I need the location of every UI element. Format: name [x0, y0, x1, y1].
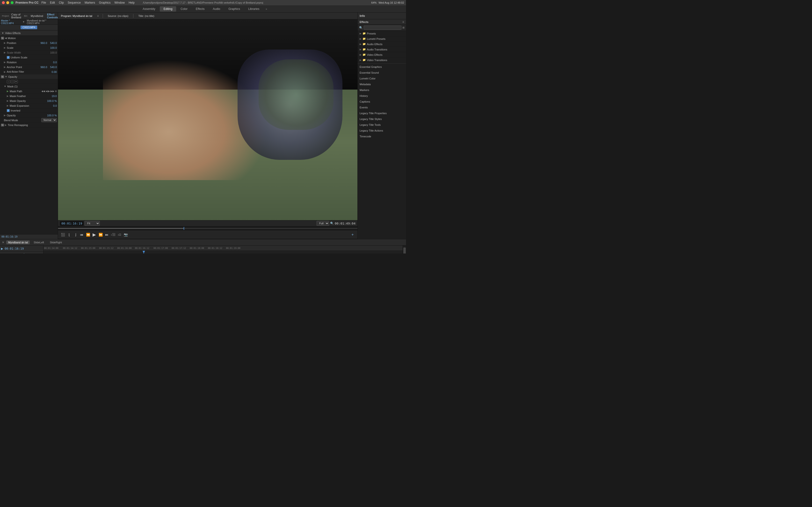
timecode-link[interactable]: Timecode — [358, 133, 406, 139]
mask-feather-row[interactable]: ▶ Mask Feather 19.0 — [0, 94, 58, 99]
position-row[interactable]: ▶ Position 960.0 540.0 — [0, 41, 58, 45]
razor-tool[interactable]: ✂ — [12, 252, 16, 253]
anti-flicker-row[interactable]: ▶ Anti-flicker Filter 0.00 — [0, 69, 58, 74]
mask-row[interactable]: ▼ Mask (1) — [0, 84, 58, 89]
go-in-btn[interactable]: ⏮ — [79, 232, 85, 237]
tab-graphics[interactable]: Graphics — [224, 6, 244, 12]
scale-row[interactable]: ▶ Scale 100.0 — [0, 45, 58, 50]
video-effects-item[interactable]: ▶ 📁 Video Effects — [358, 52, 406, 57]
tab-editing[interactable]: Editing — [160, 6, 176, 12]
blend-mode-select[interactable]: Normal Multiply Screen — [41, 118, 57, 122]
slip-tool[interactable]: ⇄ — [17, 252, 22, 253]
close-button[interactable] — [2, 1, 5, 4]
anchor-point-row[interactable]: ▶ Anchor Point 960.0 540.0 — [0, 65, 58, 69]
audio-effects-item[interactable]: ▶ 📁 Audio Effects — [358, 42, 406, 47]
metadata-link[interactable]: Metadata — [358, 81, 406, 87]
insert-btn[interactable]: ↓⬛ — [110, 232, 116, 237]
effects-grid-icon[interactable]: ⊞ — [402, 26, 405, 29]
rect-mask-btn[interactable]: □ — [11, 80, 14, 83]
program-scrubber[interactable] — [58, 226, 357, 230]
source-monitor-tab[interactable]: Source: (no clips) — [107, 14, 130, 18]
timeline-close-icon[interactable]: ✕ — [2, 241, 4, 244]
tab-audio[interactable]: Audio — [209, 6, 224, 12]
play-btn[interactable]: ▶ — [91, 232, 97, 237]
uniform-scale-row[interactable]: ✓ Uniform Scale — [0, 55, 58, 60]
video-transitions-item[interactable]: ▶ 📁 Video Transitions — [358, 57, 406, 63]
minimize-button[interactable] — [6, 1, 9, 4]
menu-markers[interactable]: Markers — [85, 1, 95, 4]
in-point-btn[interactable]: ⌊ — [66, 232, 72, 237]
time-remapping-row[interactable]: fx ▶ Time Remapping — [0, 123, 58, 127]
anchor-x-value[interactable]: 960.0 — [38, 66, 47, 68]
project-name[interactable]: Copy of Bretland — [11, 13, 21, 19]
presets-item[interactable]: ▶ 📁 Presets — [358, 31, 406, 36]
timeline-timecode[interactable]: 00:01:16:19 — [4, 247, 24, 250]
position-y-value[interactable]: 540.0 — [47, 42, 57, 44]
add-marker-btn[interactable]: + — [350, 232, 355, 237]
program-monitor-tab[interactable]: Program: Myndband án tal — [60, 14, 93, 18]
out-point-btn[interactable]: ⌋ — [72, 232, 78, 237]
timeline-play-icon[interactable]: ▶ — [1, 247, 3, 250]
timeline-tab-slideleft[interactable]: SlideLeft — [32, 240, 46, 244]
traffic-lights[interactable] — [2, 1, 13, 4]
tab-libraries[interactable]: Libraries — [244, 6, 263, 12]
menu-window[interactable]: Window — [114, 1, 125, 4]
mask-path-controls[interactable]: ◀◀ ◀ ▶ ▶▶ ⊕ — [41, 90, 57, 93]
timeline-tab-slideright[interactable]: SlideRight — [48, 240, 64, 244]
mask-feather-value[interactable]: 19.0 — [47, 95, 57, 98]
timeline-vscrollbar[interactable] — [403, 245, 406, 253]
lumetri-presets-item[interactable]: ▶ 📁 Lumetri Presets — [358, 36, 406, 42]
sequence-track-label[interactable]: Myndband án tal * C0023.MP4 — [27, 19, 57, 24]
bin-name[interactable]: Myndbönd — [31, 14, 43, 17]
mask-shapes-row[interactable]: ○ □ ✒ — [0, 79, 58, 84]
markers-link[interactable]: Markers — [358, 87, 406, 93]
vscrollbar-thumb[interactable] — [403, 247, 406, 253]
audio-transitions-item[interactable]: ▶ 📁 Audio Transitions — [358, 47, 406, 52]
legacy-title-properties-link[interactable]: Legacy Title Properties — [358, 110, 406, 116]
rotation-value[interactable]: 0.0 — [47, 61, 57, 64]
quality-dropdown[interactable]: Full 1/2 1/4 — [317, 221, 329, 226]
mask-expansion-value[interactable]: 0.0 — [47, 104, 57, 107]
ellipse-mask-btn[interactable]: ○ — [7, 80, 10, 83]
current-timecode[interactable]: 00:01:16:19 — [60, 221, 84, 226]
tab-assembly[interactable]: Assembly — [139, 6, 159, 12]
opacity-value-row[interactable]: ▶ Opacity 100.0 % — [0, 113, 58, 118]
menu-graphics[interactable]: Graphics — [99, 1, 110, 4]
scale-value[interactable]: 100.0 — [47, 46, 57, 49]
go-out-btn[interactable]: ⏭ — [104, 232, 110, 237]
menu-edit[interactable]: Edit — [50, 1, 55, 4]
title-monitor-tab[interactable]: Title: (no title) — [137, 14, 155, 18]
anti-flicker-value[interactable]: 0.00 — [47, 70, 57, 73]
lumetri-color-link[interactable]: Lumetri Color — [358, 75, 406, 81]
motion-row[interactable]: fx ◀ Motion — [0, 36, 58, 41]
uniform-scale-checkbox[interactable]: ✓ — [7, 56, 10, 59]
pen-mask-btn[interactable]: ✒ — [14, 80, 18, 83]
zoom-icon[interactable]: 🔍 — [330, 222, 334, 225]
inverted-checkbox[interactable]: ✓ — [7, 109, 10, 112]
rotation-row[interactable]: ▶ Rotation 0.0 — [0, 60, 58, 65]
essential-sound-link[interactable]: Essential Sound — [358, 70, 406, 75]
fullscreen-button[interactable] — [11, 1, 13, 4]
menu-file[interactable]: File — [41, 1, 46, 4]
mask-path-row[interactable]: ▶ Mask Path ◀◀ ◀ ▶ ▶▶ ⊕ — [0, 89, 58, 94]
opacity-section-header[interactable]: fx ▼ Opacity — [0, 74, 58, 79]
master-track-label[interactable]: Master * C0023.MP4 — [1, 19, 21, 24]
playhead[interactable] — [144, 251, 144, 253]
opacity-value[interactable]: 100.0 % — [47, 114, 57, 117]
nav-more[interactable]: » — [266, 7, 267, 10]
tab-effects[interactable]: Effects — [192, 6, 208, 12]
mask-expansion-row[interactable]: ▶ Mask Expansion 0.0 — [0, 103, 58, 108]
step-back-btn[interactable]: ⏪ — [85, 232, 91, 237]
effects-search-input[interactable] — [364, 25, 401, 30]
tab-color[interactable]: Color — [176, 6, 191, 12]
step-forward-btn[interactable]: ⏩ — [98, 232, 103, 237]
menu-clip[interactable]: Clip — [59, 1, 64, 4]
wrench-tool[interactable]: 🔧 — [22, 252, 27, 253]
history-link[interactable]: History — [358, 93, 406, 99]
legacy-title-actions-link[interactable]: Legacy Title Actions — [358, 128, 406, 133]
legacy-title-tools-link[interactable]: Legacy Title Tools — [358, 122, 406, 128]
inverted-row[interactable]: ✓ Inverted — [0, 108, 58, 113]
mask-opacity-row[interactable]: ▶ Mask Opacity 100.0 % — [0, 99, 58, 103]
captions-link[interactable]: Captions — [358, 99, 406, 105]
export-frame-btn[interactable]: 📷 — [123, 232, 129, 237]
